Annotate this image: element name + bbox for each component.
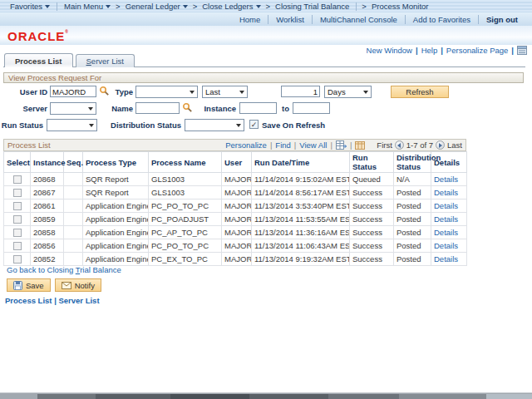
add-to-favorites-link[interactable]: Add to Favorites <box>405 15 478 24</box>
cell-user: MAJORD <box>222 213 252 226</box>
home-link[interactable]: Home <box>232 15 268 24</box>
server-label: Server <box>0 103 47 114</box>
oracle-logo: ORACLE® <box>7 29 69 43</box>
pager-first[interactable]: First <box>377 140 392 150</box>
notify-button[interactable]: Notify <box>55 278 101 292</box>
run-status-dropdown[interactable] <box>47 119 97 131</box>
registered-mark: ® <box>65 29 69 34</box>
last-dropdown[interactable]: Last <box>202 86 248 98</box>
breadcrumb-close-ledgers[interactable]: Close Ledgers <box>199 2 264 11</box>
days-dropdown[interactable]: Days <box>324 86 372 98</box>
personalize-link[interactable]: Personalize <box>225 140 267 150</box>
help-link[interactable]: Help <box>421 46 438 55</box>
worklist-link[interactable]: Worklist <box>268 15 312 24</box>
multichannel-console-link[interactable]: MultiChannel Console <box>312 15 405 24</box>
breadcrumb-general-ledger[interactable]: General Ledger <box>122 2 191 11</box>
breadcrumb-divider <box>57 2 57 11</box>
view-all-link[interactable]: View All <box>299 140 327 150</box>
footer-buttons: Save Notify <box>7 278 101 292</box>
user-id-input[interactable] <box>50 86 96 97</box>
process-row: 20861Application EnginePC_PO_TO_PCMAJORD… <box>4 200 467 213</box>
distribution-status-dropdown[interactable] <box>185 119 244 131</box>
details-link[interactable]: Details <box>434 214 458 224</box>
cell-run-status: Success <box>350 186 394 200</box>
cell-user: MAJORD <box>222 173 252 186</box>
pagebar-separator: | <box>441 46 443 55</box>
go-back-link[interactable]: Go back to Closing Trial Balance <box>7 265 121 274</box>
cell-process-type: SQR Report <box>83 186 149 200</box>
process-list-bottom-link[interactable]: Process List <box>5 296 52 305</box>
breadcrumb-separator: > <box>264 2 273 11</box>
type-label: Type <box>105 86 133 97</box>
row-select-checkbox[interactable] <box>13 255 22 264</box>
favorites-menu[interactable]: Favorites <box>7 2 53 11</box>
type-dropdown[interactable] <box>135 86 198 98</box>
main-menu-label: Main Menu <box>64 2 103 11</box>
process-row: 20867SQR ReportGLS1003MAJORD11/14/2014 8… <box>4 186 467 200</box>
col-distribution-status[interactable]: Distribution Status <box>394 152 431 173</box>
server-list-bottom-link[interactable]: Server List <box>58 296 99 305</box>
instance-from-input[interactable] <box>239 102 277 114</box>
toolbar-separator: | <box>294 140 296 150</box>
save-on-refresh-checkbox[interactable] <box>249 120 259 129</box>
download-to-excel-icon[interactable] <box>336 140 347 150</box>
name-lookup-icon[interactable] <box>182 102 193 113</box>
sign-out-link[interactable]: Sign out <box>478 15 525 24</box>
process-list-table: Select Instance Seq. Process Type Proces… <box>3 151 467 266</box>
row-select-checkbox[interactable] <box>13 175 22 184</box>
row-select-checkbox[interactable] <box>13 215 22 224</box>
col-run-datetime[interactable]: Run Date/Time <box>252 152 350 173</box>
cell-seq <box>64 186 83 200</box>
cell-distribution-status: Posted <box>394 213 431 226</box>
process-row: 20858Application EnginePC_AP_TO_PCMAJORD… <box>4 226 467 239</box>
cell-user: MAJORD <box>222 239 252 253</box>
name-input[interactable] <box>135 102 180 114</box>
col-run-status[interactable]: Run Status <box>350 152 394 173</box>
cell-process-type: Application Engine <box>83 213 149 226</box>
details-link[interactable]: Details <box>434 228 458 237</box>
breadcrumb-divider <box>356 2 357 11</box>
details-link[interactable]: Details <box>434 188 458 197</box>
col-instance[interactable]: Instance <box>31 152 64 173</box>
cell-seq <box>64 200 83 213</box>
col-seq[interactable]: Seq. <box>64 152 83 173</box>
tab-server-list[interactable]: Server List <box>76 54 135 67</box>
header-row: Select Instance Seq. Process Type Proces… <box>4 152 467 173</box>
cell-distribution-status: Posted <box>394 253 431 266</box>
grid-settings-icon[interactable] <box>355 141 365 150</box>
row-select-checkbox[interactable] <box>13 229 22 237</box>
details-link[interactable]: Details <box>434 175 458 184</box>
days-count-input[interactable] <box>281 86 320 97</box>
details-link[interactable]: Details <box>434 241 458 250</box>
arrow-left-icon <box>397 143 401 148</box>
find-link[interactable]: Find <box>275 140 290 150</box>
details-link[interactable]: Details <box>434 201 458 210</box>
save-button[interactable]: Save <box>7 278 51 292</box>
cell-seq <box>64 173 83 186</box>
col-process-name[interactable]: Process Name <box>149 152 222 173</box>
breadcrumb-closing-trial-balance[interactable]: Closing Trial Balance <box>272 2 352 11</box>
tab-process-list[interactable]: Process List <box>4 53 73 67</box>
col-process-type[interactable]: Process Type <box>83 152 149 173</box>
cell-distribution-status: Posted <box>394 239 431 253</box>
row-select-checkbox[interactable] <box>13 202 22 210</box>
row-select-checkbox[interactable] <box>13 242 22 250</box>
personalize-page-link[interactable]: Personalize Page <box>446 46 508 55</box>
pager-next-button[interactable] <box>436 140 445 150</box>
details-link[interactable]: Details <box>434 254 458 264</box>
breadcrumb-separator: > <box>191 2 200 11</box>
main-menu[interactable]: Main Menu <box>61 2 114 11</box>
row-select-checkbox[interactable] <box>13 189 22 197</box>
refresh-button[interactable]: Refresh <box>391 86 449 98</box>
page-action-bar: New Window | Help | Personalize Page | <box>367 45 527 55</box>
pager-last[interactable]: Last <box>447 140 462 150</box>
new-window-link[interactable]: New Window <box>367 46 412 55</box>
col-user[interactable]: User <box>222 152 252 173</box>
cell-user: MAJORD <box>222 200 252 213</box>
server-dropdown[interactable] <box>50 102 96 115</box>
cell-distribution-status: Posted <box>394 200 431 213</box>
chevron-down-icon <box>239 91 244 94</box>
instance-to-input[interactable] <box>293 102 330 114</box>
http-window-icon[interactable] <box>517 46 527 55</box>
pager-prev-button[interactable] <box>395 140 404 150</box>
